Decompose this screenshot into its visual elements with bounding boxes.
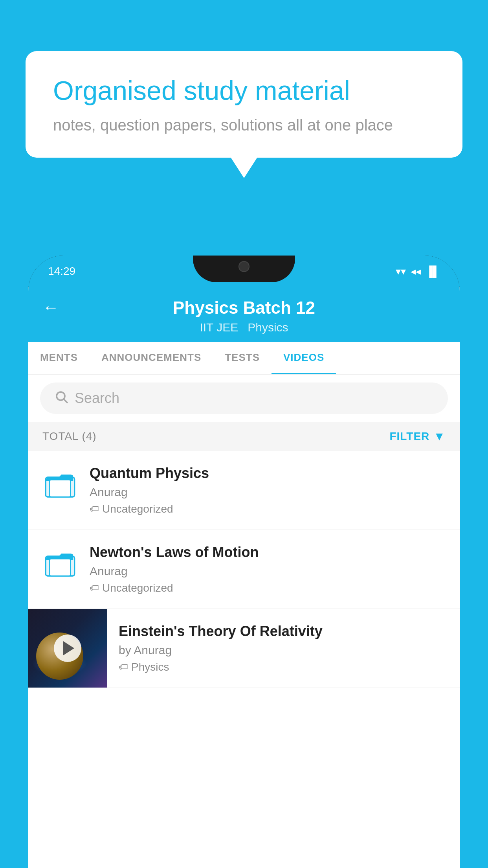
video-author: Anurag — [90, 565, 446, 578]
tab-announcements[interactable]: ANNOUNCEMENTS — [90, 342, 213, 374]
video-info: Quantum Physics Anurag 🏷 Uncategorized — [90, 465, 446, 515]
speech-bubble: Organised study material notes, question… — [26, 51, 462, 158]
tabs-bar: MENTS ANNOUNCEMENTS TESTS VIDEOS — [28, 342, 460, 375]
video-title: Quantum Physics — [90, 465, 446, 482]
video-tag: 🏷 Uncategorized — [90, 582, 446, 594]
status-icons: ▾▾ ◂◂ ▐▌ — [396, 265, 440, 278]
svg-rect-3 — [50, 480, 70, 497]
total-label: TOTAL (4) — [42, 430, 97, 443]
tab-videos[interactable]: VIDEOS — [272, 342, 336, 374]
search-icon — [54, 390, 68, 407]
speech-bubble-container: Organised study material notes, question… — [26, 51, 462, 158]
app-subtitle: IIT JEE Physics — [200, 321, 288, 334]
search-container: Search — [28, 375, 460, 422]
search-bar[interactable]: Search — [40, 383, 448, 414]
video-thumbnail — [28, 609, 107, 688]
status-time: 14:29 — [48, 265, 75, 278]
filter-bar: TOTAL (4) FILTER ▼ — [28, 422, 460, 451]
back-button[interactable]: ← — [42, 298, 59, 317]
tag-text: Uncategorized — [102, 503, 173, 515]
app-header: ← Physics Batch 12 IIT JEE Physics — [28, 287, 460, 342]
video-author: by Anurag — [119, 644, 448, 657]
tag-icon: 🏷 — [119, 662, 128, 673]
speech-bubble-subtext: notes, question papers, solutions all at… — [53, 116, 435, 134]
play-triangle-icon — [63, 641, 74, 655]
speech-bubble-heading: Organised study material — [53, 75, 435, 107]
battery-icon: ▐▌ — [426, 265, 440, 278]
svg-rect-5 — [50, 559, 70, 576]
list-item[interactable]: Einstein's Theory Of Relativity by Anura… — [28, 609, 460, 688]
app-title: Physics Batch 12 — [173, 298, 315, 318]
tag-text: Physics — [131, 661, 169, 673]
list-item[interactable]: Newton's Laws of Motion Anurag 🏷 Uncateg… — [28, 530, 460, 609]
wifi-icon: ▾▾ — [396, 265, 406, 278]
video-tag: 🏷 Uncategorized — [90, 503, 446, 515]
svg-line-1 — [64, 399, 67, 403]
video-title: Einstein's Theory Of Relativity — [119, 623, 448, 640]
video-title: Newton's Laws of Motion — [90, 544, 446, 561]
list-item[interactable]: Quantum Physics Anurag 🏷 Uncategorized — [28, 451, 460, 530]
filter-label: FILTER — [389, 430, 429, 443]
video-info: Einstein's Theory Of Relativity by Anura… — [107, 609, 460, 688]
tab-tests[interactable]: TESTS — [213, 342, 272, 374]
tag-text: Uncategorized — [102, 582, 173, 594]
subtitle-iitjee: IIT JEE — [200, 321, 238, 334]
phone-screen: ← Physics Batch 12 IIT JEE Physics MENTS… — [28, 287, 460, 868]
subtitle-physics: Physics — [248, 321, 288, 334]
play-button[interactable] — [54, 634, 81, 662]
tag-icon: 🏷 — [90, 583, 99, 594]
status-bar: 14:29 ▾▾ ◂◂ ▐▌ — [28, 256, 460, 287]
video-info: Newton's Laws of Motion Anurag 🏷 Uncateg… — [90, 544, 446, 594]
filter-button[interactable]: FILTER ▼ — [389, 430, 446, 443]
tag-icon: 🏷 — [90, 504, 99, 515]
video-list: Quantum Physics Anurag 🏷 Uncategorized — [28, 451, 460, 688]
phone-frame: 14:29 ▾▾ ◂◂ ▐▌ ← Physics Batch 12 IIT JE… — [28, 256, 460, 868]
camera-dot — [238, 261, 250, 272]
folder-icon — [42, 467, 78, 503]
signal-icon: ◂◂ — [411, 265, 421, 278]
folder-icon — [42, 546, 78, 582]
video-author: Anurag — [90, 485, 446, 499]
search-placeholder: Search — [75, 390, 119, 406]
filter-funnel-icon: ▼ — [433, 430, 446, 443]
tab-ments[interactable]: MENTS — [28, 342, 90, 374]
video-tag: 🏷 Physics — [119, 661, 448, 673]
